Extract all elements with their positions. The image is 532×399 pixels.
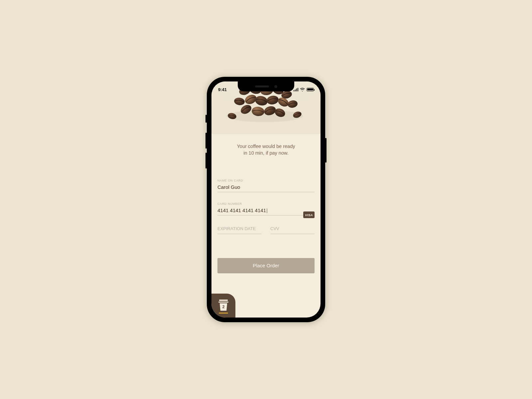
field-name-on-card: NAME ON CARD bbox=[217, 179, 315, 192]
field-expiration bbox=[217, 225, 262, 234]
side-button-volume-up bbox=[205, 133, 207, 149]
screen: 9:41 bbox=[211, 81, 321, 318]
field-cvv bbox=[270, 225, 315, 234]
ready-message: Your coffee would be ready in 10 min, if… bbox=[217, 143, 315, 156]
notch bbox=[238, 81, 294, 91]
checkout-content: Your coffee would be ready in 10 min, if… bbox=[211, 134, 321, 318]
place-order-button[interactable]: Place Order bbox=[217, 258, 315, 273]
ready-message-line2: in 10 min, if pay now. bbox=[243, 150, 288, 156]
status-time: 9:41 bbox=[218, 87, 227, 92]
card-number-label: CARD NUMBER bbox=[217, 202, 315, 205]
side-button-power bbox=[325, 138, 327, 163]
name-on-card-input[interactable] bbox=[217, 184, 315, 192]
name-on-card-label: NAME ON CARD bbox=[217, 179, 315, 182]
cvv-input[interactable] bbox=[270, 226, 315, 234]
card-brand-text: VISA bbox=[305, 213, 313, 217]
expiry-cvv-row bbox=[217, 225, 315, 234]
card-number-input[interactable]: 4141 4141 4141 4141 bbox=[217, 207, 315, 215]
ready-message-line1: Your coffee would be ready bbox=[237, 144, 295, 149]
field-card-number: CARD NUMBER 4141 4141 4141 4141 VISA bbox=[217, 202, 315, 215]
expiration-input[interactable] bbox=[217, 226, 262, 234]
card-brand-badge: VISA bbox=[303, 211, 315, 218]
coffee-cup-icon: 2 bbox=[218, 300, 228, 312]
status-indicators bbox=[294, 88, 314, 91]
cart-tab[interactable]: 2 bbox=[211, 294, 235, 318]
side-button-volume-down bbox=[205, 153, 207, 169]
cellular-bars-icon bbox=[294, 88, 299, 91]
side-button-silence bbox=[205, 115, 207, 123]
wifi-icon bbox=[300, 88, 305, 91]
cart-count: 2 bbox=[222, 305, 225, 309]
phone-frame: 9:41 bbox=[207, 77, 325, 322]
battery-icon bbox=[307, 88, 314, 91]
